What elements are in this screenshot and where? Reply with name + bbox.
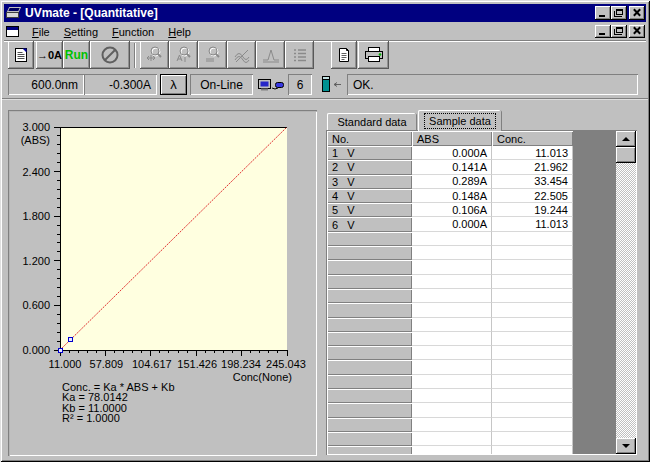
tab-standard-data[interactable]: Standard data	[327, 113, 417, 131]
run-button[interactable]: Run	[63, 41, 90, 69]
mdi-restore-button[interactable]	[611, 25, 627, 38]
zoom-out-button[interactable]	[198, 41, 227, 69]
cell-no[interactable]	[327, 332, 412, 346]
stop-button[interactable]	[90, 41, 130, 69]
cell-abs[interactable]	[412, 432, 492, 446]
cell-conc[interactable]: 21.962	[492, 160, 573, 174]
cell-abs[interactable]: 0.289A	[412, 175, 492, 189]
cell-no[interactable]	[327, 389, 412, 403]
mdi-minimize-button[interactable]	[595, 25, 611, 38]
document-window-icon[interactable]	[6, 26, 19, 37]
lambda-button[interactable]: λ	[160, 74, 187, 95]
cell-no[interactable]	[327, 232, 412, 246]
cell-no[interactable]	[327, 432, 412, 446]
cell-abs[interactable]	[412, 275, 492, 289]
cell-conc[interactable]	[492, 232, 573, 246]
header-no[interactable]: No.	[327, 131, 412, 146]
cell-conc[interactable]	[492, 446, 573, 454]
menu-function[interactable]: Function	[105, 25, 161, 39]
cell-conc[interactable]	[492, 332, 573, 346]
cell-no[interactable]	[327, 318, 412, 332]
peak-button[interactable]	[256, 41, 285, 69]
cell-no[interactable]: 5 V	[327, 203, 412, 217]
cell-no[interactable]: 4 V	[327, 189, 412, 203]
header-conc[interactable]: Conc.	[492, 131, 573, 146]
header-abs[interactable]: ABS	[412, 131, 492, 146]
cell-no[interactable]	[327, 246, 412, 260]
cell-abs[interactable]	[412, 375, 492, 389]
cell-no[interactable]	[327, 418, 412, 432]
cell-conc[interactable]	[492, 389, 573, 403]
menu-help[interactable]: Help	[161, 25, 198, 39]
cell-conc[interactable]: 33.454	[492, 175, 573, 189]
cell-abs[interactable]	[412, 389, 492, 403]
cell-conc[interactable]	[492, 346, 573, 360]
cell-conc[interactable]	[492, 432, 573, 446]
new-measurement-button[interactable]	[8, 41, 34, 69]
cell-conc[interactable]: 22.505	[492, 189, 573, 203]
menu-file[interactable]: File	[25, 25, 57, 39]
cell-abs[interactable]	[412, 418, 492, 432]
cell-no[interactable]: 1 V	[327, 146, 412, 160]
cell-no[interactable]	[327, 446, 412, 454]
cell-abs[interactable]: 0.000A	[412, 217, 492, 231]
cell-conc[interactable]	[492, 260, 573, 274]
cell-conc[interactable]	[492, 289, 573, 303]
list-button[interactable]	[285, 41, 314, 69]
cell-no[interactable]	[327, 289, 412, 303]
cell-abs[interactable]: 0.106A	[412, 203, 492, 217]
zoom-move-button[interactable]	[140, 41, 169, 69]
cell-conc[interactable]: 19.244	[492, 203, 573, 217]
overlay-curves-button[interactable]	[227, 41, 256, 69]
cell-no[interactable]	[327, 375, 412, 389]
restore-button[interactable]	[611, 6, 627, 20]
report-button[interactable]	[331, 41, 357, 69]
cell-conc[interactable]	[492, 275, 573, 289]
cell-no[interactable]: 3 V	[327, 175, 412, 189]
cell-abs[interactable]	[412, 232, 492, 246]
cell-conc[interactable]	[492, 375, 573, 389]
cell-abs[interactable]	[412, 446, 492, 454]
close-button[interactable]	[629, 6, 645, 20]
cell-no[interactable]	[327, 360, 412, 374]
cell-no[interactable]: 6 V	[327, 217, 412, 231]
cell-abs[interactable]	[412, 303, 492, 317]
cell-no[interactable]	[327, 303, 412, 317]
cell-abs[interactable]	[412, 346, 492, 360]
tab-sample-data[interactable]: Sample data	[418, 110, 502, 131]
cell-abs[interactable]: 0.141A	[412, 160, 492, 174]
cell-conc[interactable]	[492, 303, 573, 317]
cell-abs[interactable]	[412, 360, 492, 374]
cell-conc[interactable]	[492, 318, 573, 332]
app-icon[interactable]	[6, 6, 22, 20]
cell-no[interactable]	[327, 275, 412, 289]
cell-conc[interactable]: 11.013	[492, 146, 573, 160]
cell-no[interactable]	[327, 403, 412, 417]
cell-no[interactable]: 2 V	[327, 160, 412, 174]
table-scrollbar[interactable]	[616, 131, 636, 454]
cell-abs[interactable]	[412, 403, 492, 417]
cell-abs[interactable]: 0.148A	[412, 189, 492, 203]
cell-abs[interactable]	[412, 260, 492, 274]
scroll-up-button[interactable]	[616, 131, 636, 147]
cell-abs[interactable]: 0.000A	[412, 146, 492, 160]
cell-abs[interactable]	[412, 246, 492, 260]
cell-conc[interactable]	[492, 360, 573, 374]
scrollbar-thumb[interactable]	[616, 147, 636, 163]
auto-zero-button[interactable]: →0A	[36, 41, 63, 69]
mdi-close-button[interactable]	[629, 25, 645, 38]
cell-conc[interactable]	[492, 246, 573, 260]
cell-conc[interactable]	[492, 403, 573, 417]
scroll-down-button[interactable]	[616, 438, 636, 454]
cell-conc[interactable]: 11.013	[492, 217, 573, 231]
print-button[interactable]	[358, 41, 389, 69]
cell-no[interactable]	[327, 346, 412, 360]
cell-abs[interactable]	[412, 289, 492, 303]
cell-no[interactable]	[327, 260, 412, 274]
cell-conc[interactable]	[492, 418, 573, 432]
zoom-auto-button[interactable]	[169, 41, 198, 69]
cell-abs[interactable]	[412, 332, 492, 346]
menu-setting[interactable]: Setting	[57, 25, 105, 39]
minimize-button[interactable]	[595, 6, 611, 20]
cell-abs[interactable]	[412, 318, 492, 332]
